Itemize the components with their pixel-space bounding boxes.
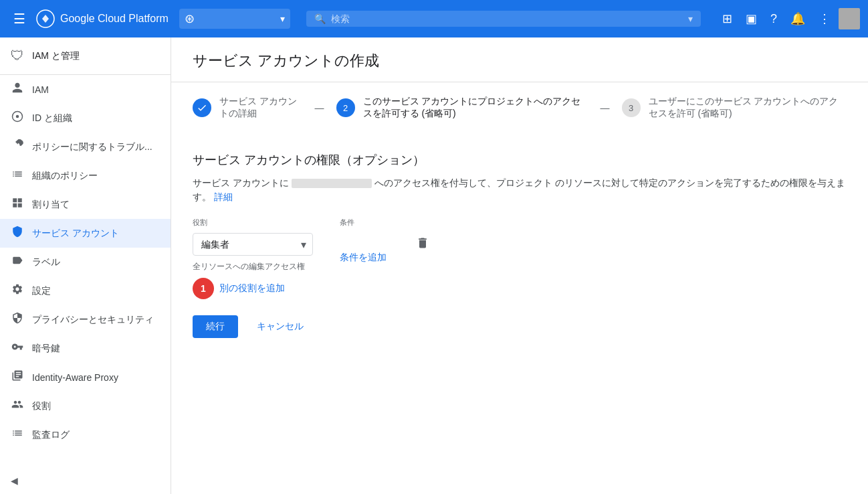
brand: Google Cloud Platform bbox=[36, 9, 169, 28]
person-icon bbox=[11, 82, 24, 97]
steps-row: サービス アカウントの詳細 — 2 このサービス アカウントにプロジェクトへのア… bbox=[193, 96, 847, 120]
step-sep2: — bbox=[601, 102, 610, 113]
sidebar-item-label: IAM bbox=[32, 84, 49, 95]
sidebar-item-privacy[interactable]: プライバシーとセキュリティ bbox=[0, 305, 171, 334]
permissions-section: サービス アカウントの権限（オプション） サービス アカウントに へのアクセス権… bbox=[171, 141, 868, 354]
condition-column: 条件 条件を追加 bbox=[340, 218, 387, 264]
sidebar-item-label: 役割 bbox=[32, 400, 51, 412]
sidebar-item-label: ラベル bbox=[32, 256, 60, 268]
sidebar-item-quota[interactable]: 割り当て bbox=[0, 190, 171, 219]
search-bar: 🔍 ▾ bbox=[306, 11, 701, 27]
notifications-icon[interactable]: 🔔 bbox=[785, 6, 810, 31]
iap-icon bbox=[11, 369, 24, 385]
list-icon bbox=[11, 168, 24, 183]
add-condition-link[interactable]: 条件を追加 bbox=[340, 252, 387, 264]
hamburger-icon[interactable]: ☰ bbox=[8, 5, 31, 32]
sidebar-item-iap[interactable]: Identity-Aware Proxy bbox=[0, 363, 171, 392]
role-row: 役割 編集者 ▾ 全リソースへの編集アクセス権 条件 条件を追加 bbox=[193, 218, 847, 272]
service-account-icon bbox=[11, 226, 24, 241]
steps-container: サービス アカウントの詳細 — 2 このサービス アカウントにプロジェクトへのア… bbox=[171, 82, 868, 141]
search-input[interactable] bbox=[331, 13, 688, 24]
sidebar-header-text: IAM と管理 bbox=[32, 50, 80, 62]
add-role-badge: 1 bbox=[193, 278, 214, 299]
role-select[interactable]: 編集者 bbox=[193, 233, 313, 256]
collapse-icon: ◀ bbox=[11, 475, 18, 486]
delete-column bbox=[413, 218, 432, 256]
delete-role-button[interactable] bbox=[413, 234, 432, 256]
privacy-icon bbox=[11, 312, 24, 327]
sidebar-item-label: サービス アカウント bbox=[32, 228, 119, 240]
sidebar-item-labels[interactable]: ラベル bbox=[0, 248, 171, 276]
sidebar-item-label: プライバシーとセキュリティ bbox=[32, 314, 154, 326]
roles-icon bbox=[11, 398, 24, 414]
search-icon: 🔍 bbox=[314, 13, 326, 24]
quota-icon bbox=[11, 197, 24, 212]
terminal-icon[interactable]: ▣ bbox=[740, 6, 762, 31]
section-desc-text2: へのアクセス権を付与して、プロジェクト のリソースに対して特定のアクションを完了… bbox=[193, 177, 845, 202]
action-row: 続行 キャンセル bbox=[193, 315, 847, 338]
role-hint: 全リソースへの編集アクセス権 bbox=[193, 261, 313, 272]
step3-circle: 3 bbox=[622, 98, 641, 117]
settings-icon bbox=[11, 283, 24, 299]
cancel-button[interactable]: キャンセル bbox=[249, 315, 312, 338]
sidebar-item-label: 割り当て bbox=[32, 199, 70, 211]
step1-label: サービス アカウントの詳細 bbox=[219, 96, 303, 120]
apps-icon[interactable]: ⊞ bbox=[717, 6, 738, 31]
sidebar-item-iam[interactable]: IAM bbox=[0, 75, 171, 104]
sidebar-item-label: ポリシーに関するトラブル... bbox=[32, 141, 152, 153]
sidebar-item-label: Identity-Aware Proxy bbox=[32, 372, 118, 383]
sidebar: 🛡 IAM と管理 IAM ID と組織 ポリシーに関するトラブル... bbox=[0, 37, 171, 494]
top-nav: ☰ Google Cloud Platform ⊛ ▾ 🔍 ▾ ⊞ ▣ ? 🔔 … bbox=[0, 0, 868, 37]
nav-icons: ⊞ ▣ ? 🔔 ⋮ bbox=[717, 6, 860, 31]
sidebar-item-label: ID と組織 bbox=[32, 112, 72, 125]
wrench-icon bbox=[11, 139, 24, 155]
chevron-down-icon: ▾ bbox=[280, 13, 285, 24]
step2-label: このサービス アカウントにプロジェクトへのアクセスを許可する (省略可) bbox=[363, 96, 588, 120]
avatar[interactable] bbox=[839, 8, 860, 29]
sidebar-item-id[interactable]: ID と組織 bbox=[0, 104, 171, 133]
key-icon bbox=[11, 341, 24, 356]
sidebar-item-service-accounts[interactable]: サービス アカウント bbox=[0, 219, 171, 248]
label-icon bbox=[11, 254, 24, 270]
sidebar-item-label: 暗号鍵 bbox=[32, 343, 60, 355]
section-title: サービス アカウントの権限（オプション） bbox=[193, 141, 847, 168]
help-icon[interactable]: ? bbox=[765, 7, 782, 31]
add-role-link[interactable]: 別の役割を追加 bbox=[219, 282, 285, 295]
sidebar-item-org-policy[interactable]: 組織のポリシー bbox=[0, 161, 171, 190]
main-content: サービス アカウントの作成 サービス アカウントの詳細 — 2 このサービス ア… bbox=[171, 37, 868, 494]
add-role-row: 1 別の役割を追加 bbox=[193, 278, 847, 299]
sidebar-item-settings[interactable]: 設定 bbox=[0, 276, 171, 305]
section-desc-text1: サービス アカウントに bbox=[193, 177, 289, 188]
step2-circle: 2 bbox=[336, 98, 355, 117]
sidebar-item-audit-log[interactable]: 監査ログ bbox=[0, 420, 171, 449]
sidebar-item-label: 組織のポリシー bbox=[32, 170, 98, 182]
sidebar-item-roles[interactable]: 役割 bbox=[0, 392, 171, 420]
step-sep1: — bbox=[315, 102, 324, 113]
sidebar-item-label: 監査ログ bbox=[32, 429, 70, 441]
project-selector[interactable]: ⊛ ▾ bbox=[179, 9, 290, 29]
role-select-wrapper: 編集者 ▾ bbox=[193, 233, 313, 256]
iam-shield-icon: 🛡 bbox=[11, 48, 24, 64]
more-icon[interactable]: ⋮ bbox=[813, 6, 836, 31]
sidebar-item-label: 設定 bbox=[32, 285, 51, 297]
section-desc: サービス アカウントに へのアクセス権を付与して、プロジェクト のリソースに対し… bbox=[193, 176, 847, 204]
project-dots-icon: ⊛ bbox=[185, 11, 195, 26]
role-field-label: 役割 bbox=[193, 218, 313, 228]
svg-point-2 bbox=[16, 115, 19, 118]
audit-icon bbox=[11, 427, 24, 442]
project-input[interactable] bbox=[197, 13, 278, 24]
step1-circle bbox=[193, 98, 211, 117]
search-chevron-icon: ▾ bbox=[688, 13, 693, 24]
continue-button[interactable]: 続行 bbox=[193, 315, 238, 338]
gcp-logo-icon bbox=[36, 9, 55, 28]
redacted-value bbox=[292, 179, 372, 188]
role-column: 役割 編集者 ▾ 全リソースへの編集アクセス権 bbox=[193, 218, 313, 272]
page-title: サービス アカウントの作成 bbox=[171, 37, 868, 82]
brand-text: Google Cloud Platform bbox=[60, 13, 169, 25]
section-detail-link[interactable]: 詳細 bbox=[214, 191, 233, 202]
sidebar-item-policy-trouble[interactable]: ポリシーに関するトラブル... bbox=[0, 133, 171, 161]
sidebar-header: 🛡 IAM と管理 bbox=[0, 37, 171, 75]
sidebar-item-crypto[interactable]: 暗号鍵 bbox=[0, 334, 171, 363]
step3-label: ユーザーにこのサービス アカウントへのアクセスを許可 (省略可) bbox=[649, 96, 847, 120]
sidebar-collapse[interactable]: ◀ bbox=[0, 467, 171, 494]
